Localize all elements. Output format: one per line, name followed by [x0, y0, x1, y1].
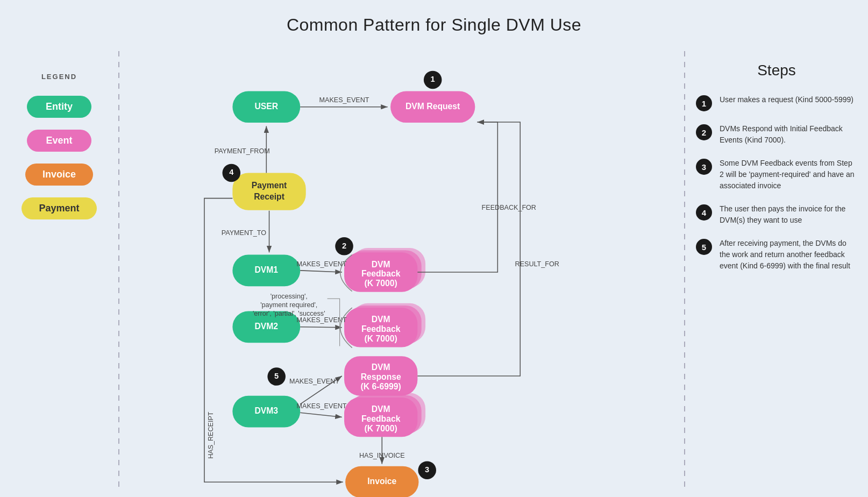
- node-dvm-response-label-1: DVM: [372, 363, 390, 372]
- step-badge-3-text: 3: [425, 465, 429, 474]
- edge-label-makes-event-1: MAKES_EVENT: [319, 96, 369, 104]
- node-payment-receipt-label-2: Receipt: [254, 192, 285, 201]
- diagram-svg: USER DVM Request 1 Payment Receipt 4 DVM…: [119, 40, 684, 497]
- annotation-processing-3: 'error', 'partial', 'success': [253, 310, 325, 317]
- legend-event-node: Event: [27, 130, 91, 152]
- edge-feedback-for: [417, 122, 497, 272]
- legend-entity: Entity: [27, 96, 91, 118]
- edge-label-makes-event-5: MAKES_EVENT: [297, 402, 347, 410]
- step-badge-4-text: 4: [229, 168, 234, 176]
- node-dvm-response-label-3: (K 6-6999): [361, 382, 401, 391]
- node-dvm2-label: DVM2: [254, 322, 278, 331]
- legend-payment: Payment: [22, 197, 96, 219]
- node-invoice-label: Invoice: [367, 477, 396, 486]
- edge-label-makes-event-3: MAKES_EVENT: [297, 316, 347, 324]
- node-user-label: USER: [254, 102, 278, 111]
- step-circle-4: 4: [696, 204, 712, 221]
- edge-dvm3-feedback3: [300, 413, 342, 417]
- legend-invoice: Invoice: [25, 164, 93, 186]
- legend-panel: LEGEND Entity Event Invoice Payment: [0, 40, 118, 497]
- edge-label-has-invoice: HAS_INVOICE: [359, 452, 405, 459]
- step-item-3: 3 Some DVM Feedback events from Step 2 w…: [696, 158, 857, 191]
- edge-label-result-for: RESULT_FOR: [515, 260, 559, 268]
- node-dvm-feedback-1-label-1: DVM: [372, 260, 390, 269]
- node-dvm-feedback-2-label-3: (K 7000): [365, 334, 397, 343]
- node-dvm3-label: DVM3: [254, 406, 278, 415]
- step-badge-1-text: 1: [431, 75, 435, 83]
- edge-label-payment-from: PAYMENT_FROM: [215, 147, 270, 155]
- node-dvm-feedback-3-label-1: DVM: [372, 404, 390, 414]
- step-text-5: After receiving payment, the DVMs do the…: [720, 238, 857, 272]
- node-dvm-feedback-1-label-2: Feedback: [361, 269, 401, 278]
- edge-result-for: [417, 122, 520, 376]
- legend-title: LEGEND: [41, 73, 77, 81]
- step-circle-5: 5: [696, 239, 712, 255]
- edge-dvm1-feedback1: [300, 271, 342, 272]
- annotation-processing-1: 'processing',: [271, 293, 308, 300]
- step-item-5: 5 After receiving payment, the DVMs do t…: [696, 238, 857, 272]
- step-item-1: 1 User makes a request (Kind 5000-5999): [696, 94, 857, 111]
- node-dvm-feedback-1-label-3: (K 7000): [365, 279, 397, 288]
- node-dvm-feedback-3-label-3: (K 7000): [365, 424, 397, 433]
- step-circle-2: 2: [696, 124, 712, 140]
- node-dvm-feedback-2-label-1: DVM: [372, 315, 390, 324]
- node-dvm1-label: DVM1: [254, 265, 278, 274]
- step-item-2: 2 DVMs Respond with Initial Feedback Eve…: [696, 123, 857, 146]
- edge-dvm2-feedback2: [300, 327, 342, 328]
- edge-label-makes-event-4: MAKES_EVENT: [289, 378, 339, 385]
- node-dvm-feedback-2-label-2: Feedback: [361, 324, 401, 333]
- node-dvm-request-label: DVM Request: [405, 102, 460, 111]
- legend-invoice-node: Invoice: [25, 164, 93, 186]
- legend-entity-node: Entity: [27, 96, 91, 118]
- edge-label-feedback-for: FEEDBACK_FOR: [482, 204, 536, 211]
- node-dvm-feedback-3-label-2: Feedback: [361, 414, 401, 423]
- step-text-4: The user then pays the invoice for the D…: [720, 203, 857, 226]
- node-payment-receipt-label-1: Payment: [252, 181, 287, 190]
- legend-payment-node: Payment: [22, 197, 96, 219]
- edge-label-has-receipt: HAS_RECEIPT: [207, 411, 215, 459]
- edge-label-makes-event-2: MAKES_EVENT: [297, 260, 347, 268]
- step-circle-3: 3: [696, 159, 712, 175]
- step-text-2: DVMs Respond with Initial Feedback Event…: [720, 123, 857, 146]
- step-text-1: User makes a request (Kind 5000-5999): [720, 94, 853, 105]
- annotation-processing-2: 'payment required',: [260, 301, 317, 309]
- step-badge-5-text: 5: [274, 372, 279, 380]
- step-text-3: Some DVM Feedback events from Step 2 wil…: [720, 158, 857, 191]
- steps-panel: Steps 1 User makes a request (Kind 5000-…: [685, 40, 868, 497]
- node-dvm-response-label-2: Response: [361, 372, 401, 381]
- steps-title: Steps: [696, 62, 857, 79]
- edge-label-payment-to: PAYMENT_TO: [222, 229, 266, 237]
- page-title: Common Pattern for Single DVM Use: [0, 0, 868, 40]
- step-item-4: 4 The user then pays the invoice for the…: [696, 203, 857, 226]
- diagram-panel: USER DVM Request 1 Payment Receipt 4 DVM…: [119, 40, 684, 497]
- step-circle-1: 1: [696, 95, 712, 111]
- legend-event: Event: [27, 130, 91, 152]
- step-badge-2-text: 2: [342, 242, 346, 250]
